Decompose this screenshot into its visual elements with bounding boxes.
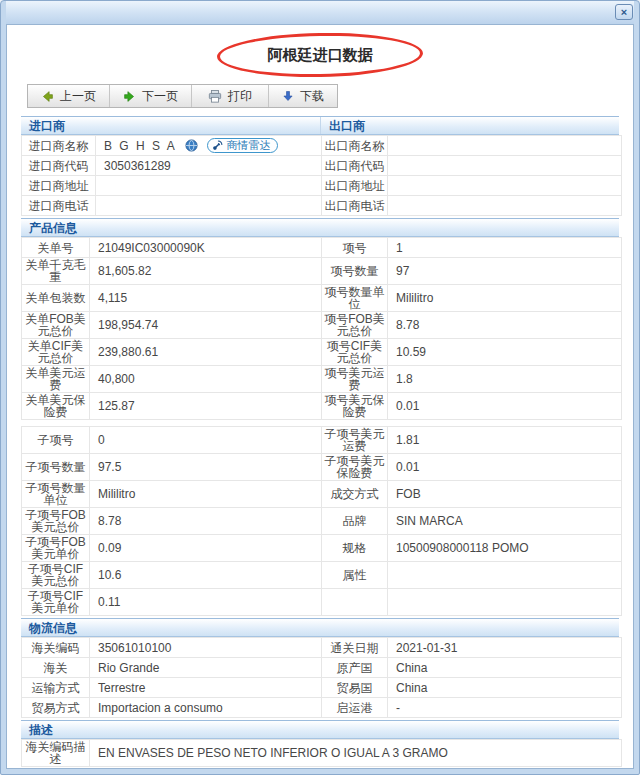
printer-icon [208, 90, 222, 103]
field-label: 项号CIF美元总价 [322, 339, 388, 366]
field-value: 2021-01-31 [388, 638, 622, 658]
field-value: 3050361289 [96, 156, 322, 176]
field-label: 海关编码 [22, 638, 90, 658]
logistics-header: 物流信息 [21, 618, 619, 637]
field-label: 贸易国 [322, 678, 388, 698]
field-value: 239,880.61 [90, 339, 322, 366]
field-value: Mililitro [388, 285, 622, 312]
radar-badge-label: 商情雷达 [226, 139, 270, 152]
field-value: China [388, 678, 622, 698]
importer-name-value: B G H S A [104, 139, 177, 153]
close-icon: × [621, 6, 627, 18]
importer-exporter-header: 进口商 出口商 [21, 116, 619, 135]
field-label: 项号FOB美元总价 [322, 312, 388, 339]
description-header-label: 描述 [21, 721, 619, 738]
exporter-header-label: 出口商 [321, 117, 619, 134]
description-section: 描述 海关编码描述 EN ENVASES DE PESO NETO INFERI… [21, 720, 619, 767]
field-value [388, 196, 622, 216]
table-row: 进口商名称 B G H S A [22, 136, 622, 156]
field-value: 0.01 [388, 454, 622, 481]
field-label: 项号美元保险费 [322, 393, 388, 420]
field-value: 97.5 [90, 454, 322, 481]
field-value: 8.78 [388, 312, 622, 339]
field-value: 10500908000118 POMO [388, 535, 622, 562]
field-value: FOB [388, 481, 622, 508]
field-label: 进口商电话 [22, 196, 96, 216]
table-row: 子项号CIF美元单价 0.11 [22, 589, 622, 616]
download-button[interactable]: 下载 [269, 85, 337, 107]
field-label: 子项号FOB美元单价 [22, 535, 90, 562]
field-label: 属性 [322, 562, 388, 589]
print-label: 打印 [228, 88, 252, 105]
table-row: 子项号数量 97.5 子项号美元保险费 0.01 [22, 454, 622, 481]
next-page-button[interactable]: 下一页 [110, 85, 192, 107]
print-button[interactable]: 打印 [192, 85, 269, 107]
field-label: 子项号CIF美元单价 [22, 589, 90, 616]
globe-icon[interactable] [185, 139, 198, 152]
prev-page-button[interactable]: 上一页 [28, 85, 110, 107]
field-value: 81,605.82 [90, 258, 322, 285]
field-value: 10.59 [388, 339, 622, 366]
field-label: 关单FOB美元总价 [22, 312, 90, 339]
field-value: 4,115 [90, 285, 322, 312]
field-value: Importacion a consumo [90, 698, 322, 718]
field-label: 子项号FOB美元总价 [22, 508, 90, 535]
field-value: 0 [90, 427, 322, 454]
field-value [388, 589, 622, 616]
table-row: 子项号CIF美元总价 10.6 属性 [22, 562, 622, 589]
field-value: 8.78 [90, 508, 322, 535]
table-row: 关单号 21049IC03000090K 项号 1 [22, 238, 622, 258]
field-label: 项号 [322, 238, 388, 258]
field-value [388, 136, 622, 156]
pagination-toolbar: 上一页 下一页 打印 下载 [27, 84, 338, 108]
table-row: 子项号 0 子项号美元运费 1.81 [22, 427, 622, 454]
table-row: 关单包装数 4,115 项号数量单位 Mililitro [22, 285, 622, 312]
field-value: 1.81 [388, 427, 622, 454]
field-label: 进口商代码 [22, 156, 96, 176]
field-label: 关单美元保险费 [22, 393, 90, 420]
field-value: EN ENVASES DE PESO NETO INFERIOR O IGUAL… [90, 740, 622, 767]
field-label: 海关 [22, 658, 90, 678]
field-label: 出口商电话 [322, 196, 388, 216]
field-value: 0.11 [90, 589, 322, 616]
table-row: 运输方式 Terrestre 贸易国 China [22, 678, 622, 698]
table-row: 贸易方式 Importacion a consumo 启运港 - [22, 698, 622, 718]
field-label: 出口商代码 [322, 156, 388, 176]
importer-exporter-table: 进口商名称 B G H S A [21, 135, 622, 216]
field-label: 项号美元运费 [322, 366, 388, 393]
field-value: 40,800 [90, 366, 322, 393]
field-label: 进口商名称 [22, 136, 96, 156]
field-label: 通关日期 [322, 638, 388, 658]
field-label: 关单号 [22, 238, 90, 258]
field-value: 21049IC03000090K [90, 238, 322, 258]
field-label [322, 589, 388, 616]
field-label: 子项号数量 [22, 454, 90, 481]
field-label: 成交方式 [322, 481, 388, 508]
field-value: 125.87 [90, 393, 322, 420]
field-label: 运输方式 [22, 678, 90, 698]
field-label: 子项号CIF美元总价 [22, 562, 90, 589]
field-label: 关单美元运费 [22, 366, 90, 393]
field-value: 10.6 [90, 562, 322, 589]
field-label: 贸易方式 [22, 698, 90, 718]
table-row: 子项号FOB美元单价 0.09 规格 10500908000118 POMO [22, 535, 622, 562]
field-value: 97 [388, 258, 622, 285]
table-row: 海关编码 35061010100 通关日期 2021-01-31 [22, 638, 622, 658]
close-button[interactable]: × [615, 4, 633, 20]
trade-data-dialog: × 阿根廷进口数据 上一页 下一页 打印 [0, 0, 640, 775]
field-value: SIN MARCA [388, 508, 622, 535]
field-label: 关单千克毛重 [22, 258, 90, 285]
download-label: 下载 [300, 88, 324, 105]
field-value: China [388, 658, 622, 678]
table-row: 进口商电话 出口商电话 [22, 196, 622, 216]
field-label: 品牌 [322, 508, 388, 535]
field-label: 出口商地址 [322, 176, 388, 196]
table-row: 进口商地址 出口商地址 [22, 176, 622, 196]
product-info-header: 产品信息 [21, 218, 619, 237]
radar-badge[interactable]: 商情雷达 [207, 138, 278, 153]
field-label: 项号数量 [322, 258, 388, 285]
table-row: 子项号数量单位 Mililitro 成交方式 FOB [22, 481, 622, 508]
table-row: 关单CIF美元总价 239,880.61 项号CIF美元总价 10.59 [22, 339, 622, 366]
field-value: Mililitro [90, 481, 322, 508]
field-value: 1.8 [388, 366, 622, 393]
